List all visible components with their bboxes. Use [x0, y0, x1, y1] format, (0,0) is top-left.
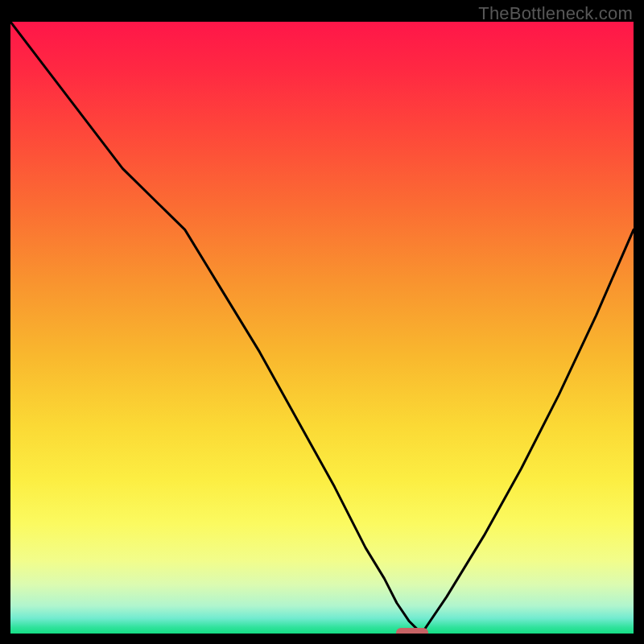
- watermark-text: TheBottleneck.com: [478, 3, 633, 24]
- chart-svg: [10, 22, 634, 634]
- optimal-marker: [396, 628, 428, 634]
- plot-area: [10, 22, 634, 634]
- gradient-background: [10, 22, 634, 634]
- chart-frame: TheBottleneck.com: [0, 0, 644, 644]
